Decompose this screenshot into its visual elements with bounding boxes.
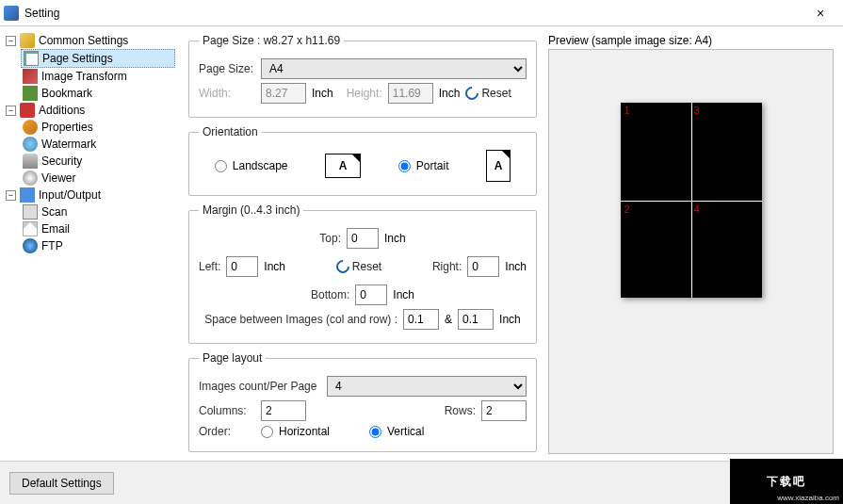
- tree-security[interactable]: Security: [21, 153, 175, 170]
- window-title: Setting: [24, 7, 802, 20]
- titlebar: Setting ×: [0, 0, 843, 26]
- tree-label: Input/Output: [39, 188, 101, 202]
- tree-ftp[interactable]: FTP: [21, 237, 175, 254]
- rows-label: Rows:: [445, 404, 476, 417]
- page-icon: [24, 51, 39, 66]
- vertical-radio[interactable]: Vertical: [369, 425, 424, 438]
- tree-label: Watermark: [41, 138, 96, 151]
- tree-label: Bookmark: [41, 87, 92, 100]
- site-watermark: 下载吧 www.xiazaiba.com: [730, 459, 843, 504]
- preview-cell-2: 2: [624, 203, 630, 215]
- transform-icon: [23, 69, 38, 84]
- orientation-group: Orientation Landscape A Portait A: [188, 125, 537, 196]
- tree-label: Additions: [39, 104, 85, 117]
- lock-icon: [23, 154, 38, 169]
- tree-label: Viewer: [41, 171, 75, 185]
- preview-frame: 1 2 3 4: [548, 49, 834, 454]
- orientation-legend: Orientation: [199, 125, 262, 138]
- page-size-legend: Page Size : w8.27 x h11.69: [199, 34, 344, 47]
- collapse-icon[interactable]: −: [6, 106, 16, 116]
- right-label: Right:: [432, 260, 462, 273]
- close-button[interactable]: ×: [802, 6, 839, 21]
- right-input[interactable]: [467, 256, 499, 277]
- tree-label: Properties: [41, 121, 93, 134]
- portrait-icon: A: [486, 150, 511, 182]
- preview-cell-4: 4: [694, 203, 700, 215]
- preview-cell-1: 1: [624, 105, 630, 116]
- top-input[interactable]: [347, 228, 379, 249]
- io-icon: [20, 187, 35, 203]
- height-label: Height:: [347, 87, 382, 100]
- preview-cell-3: 3: [694, 105, 700, 116]
- tree-scan[interactable]: Scan: [21, 203, 175, 220]
- email-icon: [23, 221, 38, 236]
- horizontal-radio[interactable]: Horizontal: [261, 425, 330, 438]
- space-row-input[interactable]: [458, 309, 494, 330]
- space-label: Space between Images (col and row) :: [204, 313, 397, 326]
- page-layout-group: Page layout Images count/Per Page 4 Colu…: [188, 351, 537, 452]
- reset-icon: [463, 84, 482, 103]
- tree-label: FTP: [41, 239, 63, 252]
- margin-group: Margin (0..4.3 inch) Top: Inch Left: Inc…: [188, 203, 537, 344]
- watermark-icon: [23, 137, 38, 152]
- space-col-input[interactable]: [403, 309, 439, 330]
- ftp-icon: [23, 238, 38, 253]
- unit-label: Inch: [393, 288, 414, 301]
- tree-bookmark[interactable]: Bookmark: [21, 85, 175, 102]
- page-size-group: Page Size : w8.27 x h11.69 Page Size: A4…: [188, 34, 537, 118]
- tree-label: Email: [41, 222, 70, 236]
- tree-page-settings[interactable]: Page Settings: [21, 49, 175, 68]
- tree-image-transform[interactable]: Image Transform: [21, 68, 175, 85]
- nav-tree: − Common Settings Page Settings Image Tr…: [0, 26, 179, 460]
- page-size-label: Page Size:: [199, 62, 255, 75]
- page-size-select[interactable]: A4: [261, 58, 527, 79]
- layout-legend: Page layout: [199, 351, 266, 365]
- unit-label: Inch: [439, 87, 461, 100]
- landscape-radio[interactable]: Landscape: [215, 159, 288, 172]
- bookmark-icon: [23, 86, 38, 101]
- additions-icon: [20, 103, 35, 118]
- default-settings-button[interactable]: Default Settings: [9, 472, 114, 495]
- tree-properties[interactable]: Properties: [21, 119, 175, 136]
- tree-label: Security: [41, 154, 82, 168]
- columns-input[interactable]: [261, 400, 306, 421]
- tree-watermark[interactable]: Watermark: [21, 136, 175, 153]
- tree-label: Common Settings: [39, 34, 128, 47]
- portrait-radio[interactable]: Portait: [398, 159, 449, 172]
- footer: Default Settings OK: [0, 461, 843, 504]
- bottom-input[interactable]: [355, 285, 387, 305]
- tree-label: Image Transform: [41, 70, 127, 83]
- left-label: Left:: [199, 260, 220, 273]
- scan-icon: [23, 204, 38, 219]
- height-input: [388, 83, 433, 104]
- unit-label: Inch: [505, 260, 527, 273]
- count-select[interactable]: 4: [327, 376, 527, 397]
- collapse-icon[interactable]: −: [6, 36, 16, 46]
- order-label: Order:: [199, 425, 255, 438]
- tree-viewer[interactable]: Viewer: [21, 170, 175, 187]
- unit-label: Inch: [499, 313, 521, 326]
- left-input[interactable]: [226, 256, 258, 277]
- collapse-icon[interactable]: −: [6, 190, 16, 201]
- width-label: Width:: [199, 87, 255, 100]
- width-input: [261, 83, 306, 104]
- top-label: Top:: [319, 232, 341, 245]
- landscape-icon: A: [325, 154, 361, 178]
- reset-margin-button[interactable]: Reset: [336, 260, 381, 273]
- tree-label: Scan: [41, 205, 67, 219]
- unit-label: Inch: [384, 232, 406, 245]
- reset-size-button[interactable]: Reset: [465, 87, 511, 100]
- rows-input[interactable]: [481, 400, 527, 421]
- tree-email[interactable]: Email: [21, 220, 175, 237]
- unit-label: Inch: [264, 260, 285, 273]
- preview-label: Preview (sample image size: A4): [548, 34, 834, 47]
- tree-common-settings[interactable]: − Common Settings: [4, 32, 175, 49]
- app-icon: [4, 6, 19, 21]
- columns-label: Columns:: [199, 404, 255, 417]
- bottom-label: Bottom:: [311, 288, 349, 301]
- tree-input-output[interactable]: − Input/Output: [4, 187, 175, 203]
- margin-legend: Margin (0..4.3 inch): [199, 203, 303, 217]
- tree-additions[interactable]: − Additions: [4, 102, 175, 119]
- preview-page: 1 2 3 4: [621, 103, 762, 298]
- reset-icon: [333, 257, 352, 276]
